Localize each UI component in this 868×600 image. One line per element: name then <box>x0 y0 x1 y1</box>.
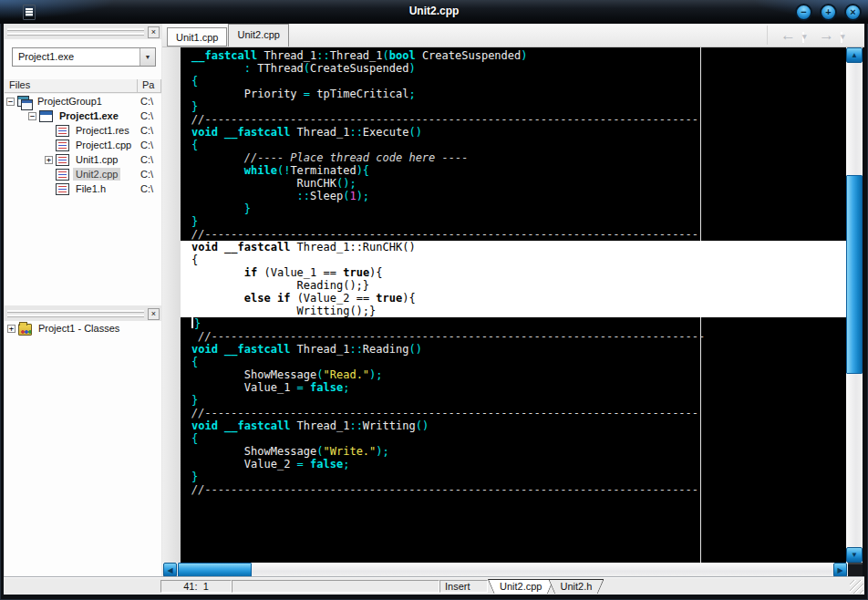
tree-item-project1-classes: +Project1 - Classes <box>5 321 161 336</box>
code-line: void __fastcall Thread_1::Reading() <box>181 343 846 356</box>
tree-item-projectgroup1: −ProjectGroup1C:\ <box>5 94 161 109</box>
project-selector[interactable]: Project1.exe ▼ <box>12 47 156 67</box>
expand-icon[interactable]: + <box>7 325 16 333</box>
tree-item-unit1-cpp: +Unit1.cppC:\ <box>5 152 161 167</box>
column-header-path[interactable]: Pa <box>138 79 161 93</box>
drag-grip[interactable] <box>7 309 144 319</box>
unit-icon <box>56 183 69 195</box>
file-tab-unit2-cpp[interactable]: Unit2.cpp <box>488 579 553 594</box>
navigation-buttons: ← ▾ → ▾ <box>767 26 857 45</box>
editor-tab-unit2-cpp[interactable]: Unit2.cpp <box>228 24 288 47</box>
tree-item-path: C:\ <box>140 125 153 136</box>
project-manager-panel: × Project1.exe ▼ Files Pa −ProjectGroup1… <box>4 24 162 578</box>
editor-tab-bar: Unit1.cppUnit2.cpp ← ▾ → ▾ <box>162 24 864 47</box>
code-line: while(!Terminated){ <box>181 164 846 177</box>
classes-tree: +Project1 - Classes <box>5 321 161 576</box>
expand-icon[interactable]: + <box>45 156 53 164</box>
horizontal-scroll-thumb[interactable] <box>178 563 252 577</box>
unit-icon <box>56 169 69 181</box>
tree-item-path: C:\ <box>140 110 153 121</box>
tree-item-label[interactable]: Project1.res <box>73 124 132 137</box>
code-line: void __fastcall Thread_1::RunCHK() <box>181 241 846 253</box>
code-line: //---- Place thread code here ---- <box>181 151 846 164</box>
scroll-up-icon[interactable]: ▲ <box>846 47 863 63</box>
vertical-scroll-thumb[interactable] <box>846 175 863 374</box>
window-controls: − + × <box>795 4 862 21</box>
code-line: void __fastcall Thread_1::Execute() <box>181 126 846 139</box>
tree-item-project1-cpp: +Project1.cppC:\ <box>5 138 161 152</box>
code-line: //--------------------------------------… <box>181 330 846 343</box>
code-line: { <box>181 253 846 266</box>
tree-item-path: C:\ <box>140 183 153 194</box>
code-line: //--------------------------------------… <box>181 483 846 496</box>
title-bar[interactable]: Unit2.cpp − + × <box>0 0 868 24</box>
back-icon[interactable]: ← <box>780 27 796 43</box>
code-area[interactable]: __fastcall Thread_1::Thread_1(bool Creat… <box>181 47 846 563</box>
tree-item-label[interactable]: File1.h <box>73 182 108 195</box>
tree-item-unit2-cpp: +Unit2.cppC:\ <box>5 167 161 181</box>
expand-icon[interactable]: − <box>28 112 36 120</box>
code-line: else if (Value_2 == true){ <box>181 292 846 305</box>
editor-tabs: Unit1.cppUnit2.cpp <box>167 24 290 47</box>
drag-grip[interactable] <box>7 27 144 37</box>
file-tab-label: Unit2.h <box>549 580 603 594</box>
code-line: Priority = tpTimeCritical; <box>181 88 846 100</box>
vertical-scrollbar[interactable]: ▲ ▼ <box>846 47 863 563</box>
code-line: __fastcall Thread_1::Thread_1(bool Creat… <box>181 49 846 62</box>
maximize-icon[interactable]: + <box>820 4 837 21</box>
column-header-files[interactable]: Files <box>5 79 138 93</box>
file-tab-unit2-h[interactable]: Unit2.h <box>548 579 604 594</box>
code-line: ShowMessage("Write."); <box>181 445 846 458</box>
tree-item-label[interactable]: ProjectGroup1 <box>35 95 105 108</box>
code-line: { <box>181 432 846 445</box>
close-icon[interactable]: × <box>844 4 862 21</box>
tree-column-headers: Files Pa <box>5 79 161 94</box>
code-line: { <box>181 139 846 151</box>
tree-item-path: C:\ <box>140 154 153 165</box>
classes-pane-close-icon[interactable]: × <box>148 308 160 320</box>
text-caret <box>191 317 193 328</box>
code-line: Reading();} <box>181 279 846 292</box>
classes-folder-icon <box>18 324 32 336</box>
insert-mode-indicator: Insert <box>439 580 488 593</box>
tree-item-label[interactable]: Unit2.cpp <box>73 168 120 181</box>
resize-grip[interactable] <box>850 580 863 594</box>
code-line: } <box>181 317 846 330</box>
forward-dropdown-icon[interactable]: ▾ <box>841 32 842 43</box>
code-line: Writting();} <box>181 305 846 317</box>
tree-item-path: C:\ <box>140 96 153 107</box>
classes-pane-header[interactable]: × <box>5 308 160 321</box>
scroll-corner <box>848 563 863 577</box>
project-pane-close-icon[interactable]: × <box>148 26 160 38</box>
tree-item-label[interactable]: Unit1.cpp <box>73 153 120 166</box>
scroll-down-icon[interactable]: ▼ <box>846 547 863 563</box>
tree-item-label[interactable]: Project1.exe <box>57 109 121 122</box>
tree-item-label[interactable]: Project1 - Classes <box>36 322 122 335</box>
forward-icon[interactable]: → <box>819 27 834 43</box>
minimize-icon[interactable]: − <box>795 4 812 21</box>
code-line: void __fastcall Thread_1::Writting() <box>181 419 846 432</box>
code-line: //--------------------------------------… <box>181 407 846 419</box>
code-line: ShowMessage("Read."); <box>181 368 846 381</box>
code-line: //--------------------------------------… <box>181 228 846 241</box>
tree-item-path: C:\ <box>140 169 153 180</box>
project-pane-header[interactable]: × <box>5 26 160 39</box>
code-line: } <box>181 202 846 215</box>
code-line: if (Value_1 == true){ <box>181 266 846 279</box>
code-editor[interactable]: __fastcall Thread_1::Thread_1(bool Creat… <box>162 47 863 563</box>
tree-item-label[interactable]: Project1.cpp <box>73 139 134 151</box>
scroll-left-icon[interactable]: ◀ <box>163 563 177 577</box>
code-line: } <box>181 394 846 407</box>
horizontal-scrollbar[interactable]: ◀ ▶ <box>162 563 848 577</box>
editor-tab-unit1-cpp[interactable]: Unit1.cpp <box>167 27 227 47</box>
expand-icon[interactable]: − <box>6 98 15 106</box>
code-line: : TThread(CreateSuspended) <box>181 62 846 75</box>
back-dropdown-icon[interactable]: ▾ <box>802 32 804 43</box>
tree-item-project1-exe: −Project1.exeC:\ <box>5 109 161 123</box>
unit-icon <box>56 125 69 137</box>
status-panel-empty <box>232 580 439 593</box>
combo-dropdown-icon[interactable]: ▼ <box>140 48 155 66</box>
code-line: RunCHK(); <box>181 177 846 190</box>
code-line: Value_2 = false; <box>181 458 846 471</box>
scroll-right-icon[interactable]: ▶ <box>833 563 847 577</box>
